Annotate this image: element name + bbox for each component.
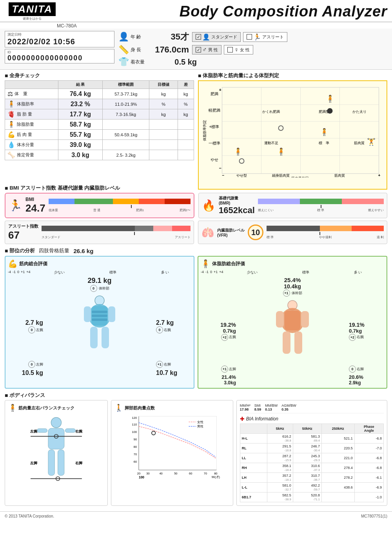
smi-val: 8.59	[254, 407, 261, 411]
svg-text:筋肉量判定: 筋肉量判定	[291, 176, 309, 177]
muscle-balance-title: 🧍 筋肉量左右バランスチェック	[8, 404, 104, 412]
bmr-gauge: 燃えにくい 標 準 燃えやすい	[258, 199, 384, 212]
fat-left-arm-val: 0.7kg	[201, 328, 236, 334]
svg-text:30: 30	[146, 472, 149, 475]
svg-text:+: +	[219, 87, 221, 92]
svg-text:100: 100	[139, 475, 144, 479]
fat-trunk-val: 10.4kg	[238, 283, 347, 290]
fat-right-leg-val: 2.9kg	[349, 380, 384, 386]
svg-text:20: 20	[137, 472, 140, 475]
header: TANITA 健康をはかる Body Composition Analyzer	[0, 0, 392, 22]
bia-row-label: L-L	[240, 483, 267, 492]
bia-row-50khz: 246.7-30.4	[293, 444, 321, 453]
id-value: 0000000000000000	[7, 54, 112, 62]
fat-right-arm-label: 右腕	[357, 335, 364, 340]
row-target	[149, 150, 178, 160]
svg-text:男性: 男性	[197, 425, 203, 428]
muscle-left-arm: 2.7 kg 0 左腕	[8, 319, 43, 333]
col-diff: 差	[178, 81, 194, 89]
bia-row-5khz: 616.2-36.8	[267, 434, 293, 444]
fat-left-leg-label-top: 左脚	[229, 367, 236, 372]
bia-row: 6B1.7 582.5-38.9 520.8-71.1 -1.0	[240, 492, 383, 502]
muscle-right-leg-badge-row: +1 右脚	[156, 361, 191, 368]
svg-text:70: 70	[134, 453, 137, 456]
bmi-label-ob2: 肥満2〜	[180, 208, 191, 212]
bia-table: 5kHz 50kHz 250kHz PhaseAngle H-L 616.2-3…	[240, 424, 384, 502]
athlete-value: 67	[8, 229, 38, 241]
bia-row-phase: -6.9	[354, 483, 383, 492]
parts-header-row: 部位の分析 四肢骨格筋量 26.6 kg	[5, 247, 387, 254]
fat-left-leg-badge: +1	[221, 366, 228, 373]
row-range: 57.3-77.1kg	[103, 89, 149, 99]
col-range: 標準範囲	[103, 81, 149, 89]
body-check-row: 🫀 脂 肪 量 17.7 kg 7.3-16.5kg kg kg	[5, 109, 194, 119]
mm-h2-group: MM/H² 17.98	[240, 404, 250, 411]
bia-row-250khz: 521.1	[321, 434, 354, 444]
svg-rect-45	[92, 319, 107, 321]
gender-male-option[interactable]: ✓ ♂ 男 性	[192, 45, 221, 54]
fat-right-arm-pct: 19.1%	[349, 322, 384, 328]
svg-rect-54	[48, 428, 64, 449]
mode-standard-option[interactable]: ✓ 👤 スタンダード	[192, 32, 241, 42]
fat-right-leg-badge-row: 0 右脚	[349, 366, 384, 373]
body-check-header: 全身チェック	[5, 72, 194, 79]
row-range: 50.4-59.1kg	[103, 130, 149, 140]
svg-text:標　準: 標 準	[319, 141, 329, 145]
bia-row-250khz: 278.4	[321, 463, 354, 473]
svg-text:90(才): 90(才)	[212, 475, 220, 479]
svg-text:60: 60	[134, 460, 137, 463]
vfr-label-std: 標 準	[267, 235, 274, 239]
svg-text:右脚: 右脚	[75, 461, 82, 465]
gender-female-option[interactable]: ♀ 女 性	[224, 45, 253, 54]
fat-title-text: 体脂肪総合評価	[212, 261, 245, 267]
fat-grid: 25.4% 10.4kg +1 体幹部 19.2% 0.7kg +2	[201, 277, 384, 386]
balance-header: ボディバランス	[5, 392, 387, 399]
bmi-row: 🏃 BMI 24.7	[5, 193, 387, 218]
muscle-left-arm-badge: 0	[28, 326, 35, 333]
row-label-cell: 🧍 体脂肪率	[5, 99, 58, 109]
bia-row-50khz: 245.3-29.3	[293, 453, 321, 463]
bia-row-50khz: 310.6-37.3	[293, 463, 321, 473]
fat-right-leg-label-top: 右脚	[357, 367, 364, 372]
fat-left-leg-pct: 21.4%	[201, 374, 236, 380]
svg-rect-57	[48, 450, 54, 475]
bia-row-label: LL	[240, 453, 267, 463]
svg-text:🧍: 🧍	[320, 128, 329, 136]
row-diff: kg	[178, 109, 194, 119]
mode-athlete-check	[247, 34, 252, 40]
athlete-scale-bar	[42, 226, 191, 231]
row-target: %	[149, 99, 178, 109]
svg-text:80: 80	[134, 445, 137, 449]
muscle-balance-box: 🧍 筋肉量左右バランスチェック 左腕 右腕	[5, 400, 108, 506]
bmi-section: BMI アスリート指数 基礎代謝量 内臓脂肪レベル 🏃 BMI 24.7	[5, 185, 387, 244]
body-check-row: 🧍 体脂肪率 23.2 % 11.0-21.9% % %	[5, 99, 194, 109]
row-result: 17.7 kg	[58, 109, 103, 119]
bia-row-phase: -6.1	[354, 473, 383, 483]
row-result: 23.2 %	[58, 99, 103, 109]
svg-text:細身筋肉質: 細身筋肉質	[272, 174, 290, 177]
svg-text:右腕: 右腕	[75, 429, 83, 433]
bmi-row2: アスリート指数 67 スタンダード アスリート	[5, 221, 387, 244]
bia-row: RH 358.1-18.4 310.6-37.3 278.4 -6.8	[240, 463, 383, 473]
svg-text:🧍: 🧍	[277, 147, 286, 156]
age-value: 35才	[171, 31, 189, 43]
row-range	[103, 119, 149, 130]
svg-rect-52	[294, 331, 302, 354]
bia-row-50khz: 310.7-36.7	[293, 473, 321, 483]
svg-text:60: 60	[189, 472, 192, 475]
athlete-label-ath: アスリート	[175, 235, 191, 239]
muscle-trunk-val: 29.1 kg	[45, 277, 154, 285]
id-label: ID	[7, 50, 112, 54]
height-value: 176.0cm	[155, 45, 189, 55]
bmi-value: 24.7	[25, 202, 45, 214]
page-title: Body Composition Analyzer	[60, 3, 387, 20]
bmi-label-normal: 普 通	[93, 208, 100, 212]
fat-right-leg-badge: 0	[349, 366, 356, 373]
svg-text:軽肥満: 軽肥満	[209, 108, 220, 112]
bia-row-5khz: 582.5-38.9	[267, 492, 293, 502]
vfr-label: 内臓脂肪レベル(VFR)	[217, 228, 245, 237]
svg-text:肥満: 肥満	[211, 92, 218, 96]
mode-athlete-option[interactable]: 🏃 アスリート	[243, 32, 287, 42]
date-label: 測定日時	[7, 32, 112, 37]
bmr-scale-bar	[258, 199, 384, 204]
